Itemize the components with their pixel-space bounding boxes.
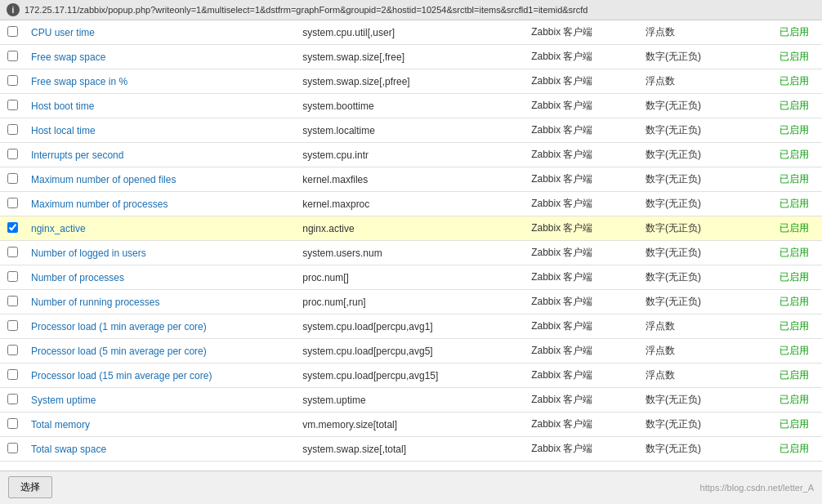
row-status: 已启用	[753, 118, 822, 143]
row-name[interactable]: Total memory	[25, 413, 296, 437]
row-name[interactable]: CPU user time	[25, 20, 296, 45]
row-key: system.cpu.load[percpu,avg1]	[296, 314, 525, 339]
row-status: 已启用	[753, 388, 822, 413]
row-name[interactable]: Processor load (5 min average per core)	[25, 339, 296, 364]
row-status: 已启用	[753, 339, 822, 364]
row-datatype: 数字(无正负)	[639, 118, 753, 143]
row-checkbox-cell	[0, 45, 25, 69]
row-datatype: 数字(无正负)	[639, 290, 753, 314]
row-datatype: 浮点数	[639, 314, 753, 339]
row-checkbox[interactable]	[7, 247, 18, 257]
row-type: Zabbix 客户端	[525, 290, 639, 314]
row-name[interactable]: Total swap space	[25, 437, 296, 462]
row-key: system.swap.size[,total]	[296, 437, 525, 462]
row-checkbox-cell	[0, 437, 25, 462]
row-checkbox-cell	[0, 94, 25, 118]
row-key: system.cpu.load[percpu,avg15]	[296, 364, 525, 388]
row-status: 已启用	[753, 167, 822, 192]
row-type: Zabbix 客户端	[525, 413, 639, 437]
row-checkbox[interactable]	[7, 75, 18, 86]
row-key: system.swap.size[,pfree]	[296, 69, 525, 94]
row-checkbox[interactable]	[7, 418, 18, 429]
row-checkbox[interactable]	[7, 100, 18, 110]
row-checkbox-cell	[0, 167, 25, 192]
row-status: 已启用	[753, 437, 822, 462]
table-row: Number of logged in userssystem.users.nu…	[0, 241, 822, 265]
row-status: 已启用	[753, 45, 822, 69]
row-status: 已启用	[753, 290, 822, 314]
table-row: Number of running processesproc.num[,run…	[0, 290, 822, 314]
row-name[interactable]: Free swap space in %	[25, 69, 296, 94]
row-checkbox[interactable]	[7, 296, 18, 306]
row-checkbox[interactable]	[7, 26, 18, 37]
title-bar: i 172.25.17.11/zabbix/popup.php?writeonl…	[0, 0, 822, 20]
row-checkbox[interactable]	[7, 124, 18, 135]
row-datatype: 数字(无正负)	[639, 265, 753, 290]
row-checkbox[interactable]	[7, 51, 18, 61]
row-name[interactable]: nginx_active	[25, 216, 296, 241]
row-key: system.uptime	[296, 388, 525, 413]
row-name[interactable]: Processor load (1 min average per core)	[25, 314, 296, 339]
watermark: https://blog.csdn.net/letter_A	[700, 483, 814, 493]
row-type: Zabbix 客户端	[525, 167, 639, 192]
row-status: 已启用	[753, 241, 822, 265]
table-row: Total swap spacesystem.swap.size[,total]…	[0, 437, 822, 462]
row-checkbox[interactable]	[7, 394, 18, 404]
row-datatype: 浮点数	[639, 339, 753, 364]
table-container: CPU user timesystem.cpu.util[,user]Zabbi…	[0, 20, 822, 471]
row-type: Zabbix 客户端	[525, 388, 639, 413]
row-name[interactable]: Maximum number of opened files	[25, 167, 296, 192]
row-checkbox[interactable]	[7, 198, 18, 208]
row-name[interactable]: Number of processes	[25, 265, 296, 290]
row-checkbox[interactable]	[7, 345, 18, 355]
row-checkbox[interactable]	[7, 369, 18, 380]
table-row: Processor load (15 min average per core)…	[0, 364, 822, 388]
row-key: system.localtime	[296, 118, 525, 143]
table-row: Maximum number of processeskernel.maxpro…	[0, 192, 822, 216]
row-checkbox[interactable]	[7, 320, 18, 331]
row-name[interactable]: System uptime	[25, 388, 296, 413]
row-checkbox[interactable]	[7, 173, 18, 184]
select-button[interactable]: 选择	[8, 476, 52, 498]
row-name[interactable]: Maximum number of processes	[25, 192, 296, 216]
row-checkbox-cell	[0, 118, 25, 143]
row-name[interactable]: Free swap space	[25, 45, 296, 69]
row-datatype: 数字(无正负)	[639, 413, 753, 437]
row-key: proc.num[,run]	[296, 290, 525, 314]
row-name[interactable]: Host boot time	[25, 94, 296, 118]
row-key: system.cpu.util[,user]	[296, 20, 525, 45]
row-type: Zabbix 客户端	[525, 241, 639, 265]
row-checkbox-cell	[0, 143, 25, 167]
row-checkbox-cell	[0, 241, 25, 265]
row-name[interactable]: Host local time	[25, 118, 296, 143]
row-type: Zabbix 客户端	[525, 437, 639, 462]
row-type: Zabbix 客户端	[525, 143, 639, 167]
url-text: 172.25.17.11/zabbix/popup.php?writeonly=…	[25, 5, 587, 15]
row-datatype: 数字(无正负)	[639, 388, 753, 413]
table-row: Host boot timesystem.boottimeZabbix 客户端数…	[0, 94, 822, 118]
row-datatype: 数字(无正负)	[639, 192, 753, 216]
row-status: 已启用	[753, 192, 822, 216]
row-checkbox[interactable]	[7, 443, 18, 453]
row-name[interactable]: Interrupts per second	[25, 143, 296, 167]
table-row: Host local timesystem.localtimeZabbix 客户…	[0, 118, 822, 143]
row-checkbox[interactable]	[7, 222, 18, 233]
row-checkbox[interactable]	[7, 271, 18, 282]
table-row: Maximum number of opened fileskernel.max…	[0, 167, 822, 192]
row-status: 已启用	[753, 69, 822, 94]
row-type: Zabbix 客户端	[525, 192, 639, 216]
table-row: Number of processesproc.num[]Zabbix 客户端数…	[0, 265, 822, 290]
row-name[interactable]: Number of logged in users	[25, 241, 296, 265]
row-checkbox-cell	[0, 290, 25, 314]
row-checkbox[interactable]	[7, 149, 18, 159]
row-type: Zabbix 客户端	[525, 69, 639, 94]
row-status: 已启用	[753, 364, 822, 388]
row-datatype: 浮点数	[639, 364, 753, 388]
row-type: Zabbix 客户端	[525, 339, 639, 364]
row-name[interactable]: Number of running processes	[25, 290, 296, 314]
row-status: 已启用	[753, 20, 822, 45]
row-name[interactable]: Processor load (15 min average per core)	[25, 364, 296, 388]
row-status: 已启用	[753, 265, 822, 290]
row-datatype: 数字(无正负)	[639, 94, 753, 118]
row-key: proc.num[]	[296, 265, 525, 290]
